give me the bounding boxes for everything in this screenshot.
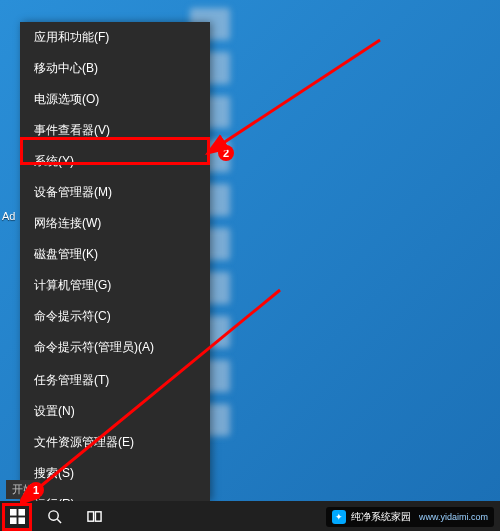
taskbar-taskview-button[interactable]: [74, 501, 114, 531]
menu-label: 应用和功能(F): [34, 29, 109, 46]
menu-event-viewer[interactable]: 事件查看器(V): [20, 115, 210, 146]
svg-point-6: [48, 510, 57, 519]
winx-context-menu: 应用和功能(F) 移动中心(B) 电源选项(O) 事件查看器(V) 系统(Y) …: [20, 22, 210, 501]
menu-label: 设备管理器(M): [34, 184, 112, 201]
menu-network-connections[interactable]: 网络连接(W): [20, 208, 210, 239]
watermark-brand: 纯净系统家园: [351, 510, 411, 524]
menu-power-options[interactable]: 电源选项(O): [20, 84, 210, 115]
menu-command-prompt[interactable]: 命令提示符(C): [20, 301, 210, 332]
menu-label: 文件资源管理器(E): [34, 434, 134, 451]
task-view-icon: [87, 509, 102, 524]
svg-rect-3: [18, 509, 25, 516]
svg-rect-2: [10, 509, 17, 516]
menu-mobility-center[interactable]: 移动中心(B): [20, 53, 210, 84]
menu-settings[interactable]: 设置(N): [20, 396, 210, 427]
menu-label: 网络连接(W): [34, 215, 101, 232]
menu-label: 设置(N): [34, 403, 75, 420]
menu-system[interactable]: 系统(Y): [20, 146, 210, 177]
menu-command-prompt-admin[interactable]: 命令提示符(管理员)(A): [20, 332, 210, 363]
menu-task-manager[interactable]: 任务管理器(T): [20, 365, 210, 396]
menu-search[interactable]: 搜索(S): [20, 458, 210, 489]
svg-rect-9: [95, 511, 101, 520]
desktop-shortcut-label: Ad: [2, 210, 15, 222]
menu-label: 磁盘管理(K): [34, 246, 98, 263]
watermark-logo-icon: ✦: [332, 510, 346, 524]
annotation-badge-1: 1: [28, 482, 44, 498]
menu-label: 计算机管理(G): [34, 277, 111, 294]
watermark: ✦ 纯净系统家园 www.yidaimi.com: [326, 507, 494, 527]
search-icon: [47, 509, 62, 524]
menu-computer-management[interactable]: 计算机管理(G): [20, 270, 210, 301]
windows-logo-icon: [10, 509, 25, 524]
menu-device-manager[interactable]: 设备管理器(M): [20, 177, 210, 208]
menu-file-explorer[interactable]: 文件资源管理器(E): [20, 427, 210, 458]
start-button[interactable]: [0, 501, 34, 531]
annotation-badge-2: 2: [218, 145, 234, 161]
svg-rect-4: [10, 517, 17, 524]
svg-rect-5: [18, 517, 25, 524]
menu-label: 任务管理器(T): [34, 372, 109, 389]
taskbar-search-button[interactable]: [34, 501, 74, 531]
svg-rect-8: [87, 511, 93, 520]
menu-label: 命令提示符(管理员)(A): [34, 339, 154, 356]
svg-line-7: [57, 519, 61, 523]
menu-label: 搜索(S): [34, 465, 74, 482]
menu-label: 电源选项(O): [34, 91, 99, 108]
watermark-url: www.yidaimi.com: [419, 512, 488, 522]
menu-disk-management[interactable]: 磁盘管理(K): [20, 239, 210, 270]
menu-label: 移动中心(B): [34, 60, 98, 77]
menu-label: 命令提示符(C): [34, 308, 111, 325]
menu-label: 事件查看器(V): [34, 122, 110, 139]
menu-apps-features[interactable]: 应用和功能(F): [20, 22, 210, 53]
menu-label: 系统(Y): [34, 153, 74, 170]
